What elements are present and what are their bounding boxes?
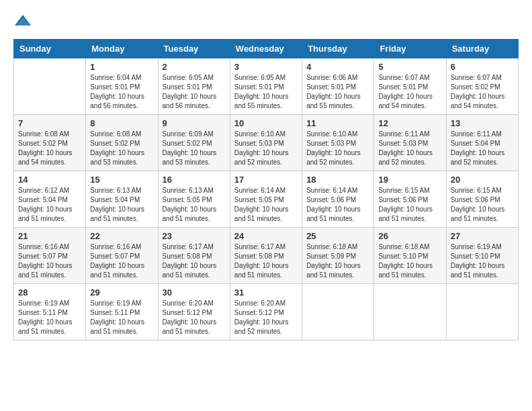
day-number: 22 <box>90 231 153 241</box>
day-number: 14 <box>18 175 81 185</box>
day-info: Sunrise: 6:06 AM Sunset: 5:01 PM Dayligh… <box>306 73 369 111</box>
day-info: Sunrise: 6:17 AM Sunset: 5:08 PM Dayligh… <box>163 242 226 280</box>
day-info: Sunrise: 6:10 AM Sunset: 5:03 PM Dayligh… <box>234 130 298 167</box>
day-info: Sunrise: 6:05 AM Sunset: 5:01 PM Dayligh… <box>234 73 298 111</box>
day-number: 31 <box>234 287 298 298</box>
day-header-tuesday: Tuesday <box>158 40 230 58</box>
day-info: Sunrise: 6:12 AM Sunset: 5:04 PM Dayligh… <box>18 186 81 224</box>
day-info: Sunrise: 6:19 AM Sunset: 5:10 PM Dayligh… <box>451 242 514 280</box>
day-number: 20 <box>451 175 514 185</box>
day-info: Sunrise: 6:13 AM Sunset: 5:04 PM Dayligh… <box>90 186 153 224</box>
day-info: Sunrise: 6:08 AM Sunset: 5:02 PM Dayligh… <box>18 130 81 167</box>
day-info: Sunrise: 6:11 AM Sunset: 5:04 PM Dayligh… <box>451 130 514 167</box>
day-info: Sunrise: 6:16 AM Sunset: 5:07 PM Dayligh… <box>18 242 81 280</box>
day-number: 18 <box>306 175 369 185</box>
calendar-cell: 14 Sunrise: 6:12 AM Sunset: 5:04 PM Dayl… <box>14 171 86 228</box>
calendar-cell: 16 Sunrise: 6:13 AM Sunset: 5:05 PM Dayl… <box>158 171 230 228</box>
calendar-cell: 19 Sunrise: 6:15 AM Sunset: 5:06 PM Dayl… <box>374 171 446 228</box>
calendar-cell <box>446 284 518 340</box>
day-header-saturday: Saturday <box>446 40 518 58</box>
calendar-cell <box>374 284 446 340</box>
day-info: Sunrise: 6:14 AM Sunset: 5:06 PM Dayligh… <box>306 186 369 224</box>
day-header-thursday: Thursday <box>302 40 374 58</box>
day-number: 10 <box>234 118 298 128</box>
calendar-table: SundayMondayTuesdayWednesdayThursdayFrid… <box>13 39 519 340</box>
day-number: 15 <box>90 175 153 185</box>
calendar-cell: 20 Sunrise: 6:15 AM Sunset: 5:06 PM Dayl… <box>446 171 518 228</box>
calendar-week-4: 21 Sunrise: 6:16 AM Sunset: 5:07 PM Dayl… <box>14 228 519 284</box>
day-number: 26 <box>378 231 441 241</box>
calendar-cell: 10 Sunrise: 6:10 AM Sunset: 5:03 PM Dayl… <box>230 115 302 171</box>
calendar-cell: 4 Sunrise: 6:06 AM Sunset: 5:01 PM Dayli… <box>302 58 374 115</box>
calendar-cell: 21 Sunrise: 6:16 AM Sunset: 5:07 PM Dayl… <box>14 228 86 284</box>
day-info: Sunrise: 6:15 AM Sunset: 5:06 PM Dayligh… <box>378 186 441 224</box>
calendar-cell: 18 Sunrise: 6:14 AM Sunset: 5:06 PM Dayl… <box>302 171 374 228</box>
page-header <box>13 13 519 28</box>
day-header-sunday: Sunday <box>14 40 86 58</box>
calendar-cell <box>14 58 86 115</box>
day-number: 5 <box>378 62 441 72</box>
day-info: Sunrise: 6:14 AM Sunset: 5:05 PM Dayligh… <box>234 186 298 224</box>
logo-icon <box>13 13 32 28</box>
day-info: Sunrise: 6:08 AM Sunset: 5:02 PM Dayligh… <box>90 130 153 167</box>
calendar-cell: 11 Sunrise: 6:10 AM Sunset: 5:03 PM Dayl… <box>302 115 374 171</box>
day-info: Sunrise: 6:13 AM Sunset: 5:05 PM Dayligh… <box>163 186 226 224</box>
calendar-cell: 3 Sunrise: 6:05 AM Sunset: 5:01 PM Dayli… <box>230 58 302 115</box>
day-header-monday: Monday <box>86 40 158 58</box>
day-number: 25 <box>306 231 369 241</box>
day-number: 19 <box>378 175 441 185</box>
calendar-cell: 22 Sunrise: 6:16 AM Sunset: 5:07 PM Dayl… <box>86 228 158 284</box>
calendar-cell: 1 Sunrise: 6:04 AM Sunset: 5:01 PM Dayli… <box>86 58 158 115</box>
day-number: 2 <box>163 62 226 72</box>
day-number: 8 <box>90 118 153 128</box>
day-header-friday: Friday <box>374 40 446 58</box>
day-info: Sunrise: 6:07 AM Sunset: 5:02 PM Dayligh… <box>451 73 514 111</box>
calendar-cell: 24 Sunrise: 6:17 AM Sunset: 5:08 PM Dayl… <box>230 228 302 284</box>
day-number: 6 <box>451 62 514 72</box>
calendar-week-5: 28 Sunrise: 6:19 AM Sunset: 5:11 PM Dayl… <box>14 284 519 340</box>
day-info: Sunrise: 6:07 AM Sunset: 5:01 PM Dayligh… <box>378 73 441 111</box>
logo <box>13 13 35 28</box>
calendar-cell: 27 Sunrise: 6:19 AM Sunset: 5:10 PM Dayl… <box>446 228 518 284</box>
day-number: 27 <box>451 231 514 241</box>
calendar-cell: 2 Sunrise: 6:05 AM Sunset: 5:01 PM Dayli… <box>158 58 230 115</box>
calendar-cell: 8 Sunrise: 6:08 AM Sunset: 5:02 PM Dayli… <box>86 115 158 171</box>
calendar-week-2: 7 Sunrise: 6:08 AM Sunset: 5:02 PM Dayli… <box>14 115 519 171</box>
calendar-cell: 29 Sunrise: 6:19 AM Sunset: 5:11 PM Dayl… <box>86 284 158 340</box>
day-info: Sunrise: 6:17 AM Sunset: 5:08 PM Dayligh… <box>234 242 298 280</box>
calendar-week-3: 14 Sunrise: 6:12 AM Sunset: 5:04 PM Dayl… <box>14 171 519 228</box>
day-info: Sunrise: 6:18 AM Sunset: 5:10 PM Dayligh… <box>378 242 441 280</box>
calendar-cell: 12 Sunrise: 6:11 AM Sunset: 5:03 PM Dayl… <box>374 115 446 171</box>
day-number: 4 <box>306 62 369 72</box>
day-info: Sunrise: 6:11 AM Sunset: 5:03 PM Dayligh… <box>378 130 441 167</box>
day-number: 13 <box>451 118 514 128</box>
day-info: Sunrise: 6:19 AM Sunset: 5:11 PM Dayligh… <box>90 299 153 336</box>
calendar-cell: 5 Sunrise: 6:07 AM Sunset: 5:01 PM Dayli… <box>374 58 446 115</box>
day-info: Sunrise: 6:09 AM Sunset: 5:02 PM Dayligh… <box>163 130 226 167</box>
day-number: 17 <box>234 175 298 185</box>
calendar-cell: 28 Sunrise: 6:19 AM Sunset: 5:11 PM Dayl… <box>14 284 86 340</box>
day-info: Sunrise: 6:10 AM Sunset: 5:03 PM Dayligh… <box>306 130 369 167</box>
calendar-cell: 7 Sunrise: 6:08 AM Sunset: 5:02 PM Dayli… <box>14 115 86 171</box>
day-number: 11 <box>306 118 369 128</box>
calendar-cell: 25 Sunrise: 6:18 AM Sunset: 5:09 PM Dayl… <box>302 228 374 284</box>
day-number: 7 <box>18 118 81 128</box>
day-info: Sunrise: 6:05 AM Sunset: 5:01 PM Dayligh… <box>163 73 226 111</box>
calendar-cell: 30 Sunrise: 6:20 AM Sunset: 5:12 PM Dayl… <box>158 284 230 340</box>
day-info: Sunrise: 6:15 AM Sunset: 5:06 PM Dayligh… <box>451 186 514 224</box>
calendar-cell: 23 Sunrise: 6:17 AM Sunset: 5:08 PM Dayl… <box>158 228 230 284</box>
day-info: Sunrise: 6:20 AM Sunset: 5:12 PM Dayligh… <box>234 299 298 336</box>
calendar-cell: 13 Sunrise: 6:11 AM Sunset: 5:04 PM Dayl… <box>446 115 518 171</box>
calendar-cell: 9 Sunrise: 6:09 AM Sunset: 5:02 PM Dayli… <box>158 115 230 171</box>
day-number: 23 <box>163 231 226 241</box>
calendar-header-row: SundayMondayTuesdayWednesdayThursdayFrid… <box>14 40 519 58</box>
day-info: Sunrise: 6:16 AM Sunset: 5:07 PM Dayligh… <box>90 242 153 280</box>
day-number: 24 <box>234 231 298 241</box>
day-info: Sunrise: 6:18 AM Sunset: 5:09 PM Dayligh… <box>306 242 369 280</box>
calendar-cell: 31 Sunrise: 6:20 AM Sunset: 5:12 PM Dayl… <box>230 284 302 340</box>
day-number: 1 <box>90 62 153 72</box>
day-info: Sunrise: 6:20 AM Sunset: 5:12 PM Dayligh… <box>163 299 226 336</box>
day-number: 9 <box>163 118 226 128</box>
day-info: Sunrise: 6:04 AM Sunset: 5:01 PM Dayligh… <box>90 73 153 111</box>
day-number: 16 <box>163 175 226 185</box>
